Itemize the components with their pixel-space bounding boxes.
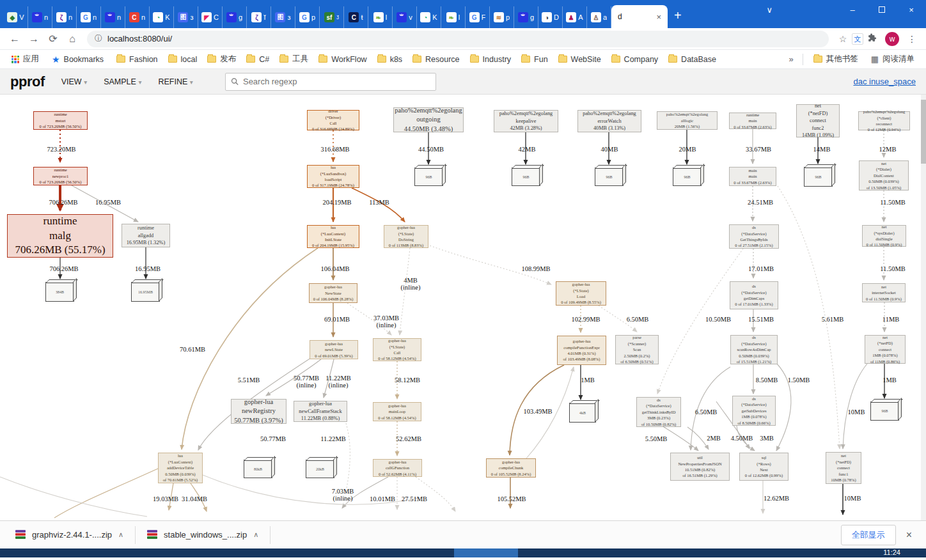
- memory-box-node[interactable]: 96B: [804, 167, 833, 187]
- bookmark-folder-DataBase[interactable]: DataBase: [663, 52, 721, 66]
- graph-node[interactable]: paho%2emqtt%2egolangkeepalive42MB (3.28%…: [494, 110, 558, 132]
- bookmark-folder-Fashion[interactable]: Fashion: [111, 52, 162, 66]
- graph-node[interactable]: paho%2emqtt%2egolang(*client)reconnect0 …: [858, 111, 910, 130]
- graph-node[interactable]: gopher-lua(*LState)Call0 of 58.12MB (4.5…: [373, 338, 421, 361]
- scrollbar-thumb[interactable]: [921, 100, 926, 164]
- bookmark-star-icon[interactable]: ☆: [834, 34, 852, 44]
- tab-search-icon[interactable]: ∨: [766, 5, 773, 15]
- graph-node[interactable]: net(*netFD)connectfunc110MB (0.78%): [826, 452, 861, 484]
- browser-tab[interactable]: ◤C: [198, 6, 223, 28]
- search-box[interactable]: [225, 73, 436, 91]
- active-tab[interactable]: d ×: [611, 5, 668, 28]
- graph-node[interactable]: gopher-luamainLoop0 of 58.12MB (4.54%): [373, 402, 421, 421]
- graph-node[interactable]: gopher-luanewRegistry50.77MB (3.97%): [231, 399, 286, 424]
- browser-tab[interactable]: ⺌g: [514, 6, 538, 28]
- browser-tab[interactable]: ◆V: [4, 6, 28, 28]
- bookmark-folder-WorkFlow[interactable]: WorkFlow: [313, 52, 372, 66]
- download-item[interactable]: stable_windows_....zip∧: [136, 521, 270, 548]
- graph-node[interactable]: gopher-luanewLState0 of 69.01MB (5.39%): [310, 340, 358, 359]
- graph-node[interactable]: parse(*Scanner)Scan2.50MB (0.2%)of 6.50M…: [615, 335, 659, 364]
- search-input[interactable]: [243, 77, 430, 86]
- scrollbar[interactable]: [921, 95, 926, 520]
- profile-avatar[interactable]: w: [885, 32, 899, 46]
- bookmark-folder-Resource[interactable]: Resource: [407, 52, 465, 66]
- other-bookmarks[interactable]: 其他书签: [808, 52, 863, 66]
- graph-node[interactable]: netinternetSocket0 of 11.50MB (0.9%): [862, 283, 906, 302]
- graph-node[interactable]: gopher-luaNewState0 of 106.04MB (8.28%): [309, 283, 357, 303]
- browser-tab[interactable]: sfᶾ: [320, 6, 344, 28]
- browser-tab[interactable]: 图з: [174, 6, 198, 28]
- graph-node[interactable]: paho%2emqtt%2egolangoutgoing44.50MB (3.4…: [393, 107, 464, 132]
- bookmarks-shortcut[interactable]: ★ Bookmarks: [47, 52, 109, 66]
- graph-node[interactable]: runtimeallgadd16.95MB (1.32%): [122, 224, 170, 247]
- memory-box-node[interactable]: 96B: [512, 167, 540, 186]
- profile-source-link[interactable]: dac inuse_space: [853, 77, 916, 86]
- home-button[interactable]: ⌂: [63, 33, 82, 45]
- graph-node[interactable]: gopher-luacallGFunction0 of 52.62MB (4.1…: [373, 459, 422, 477]
- browser-tab[interactable]: Cŧ: [344, 6, 368, 28]
- graph-node[interactable]: ds(*DataService)getDimCaps0 of 17.01MB (…: [730, 281, 778, 309]
- bookmark-folder-Industry[interactable]: Industry: [465, 52, 516, 66]
- memory-box-node[interactable]: 96B: [870, 401, 899, 421]
- memory-box-node[interactable]: 96B: [414, 167, 443, 186]
- apps-shortcut[interactable]: 应用: [6, 52, 44, 66]
- browser-tab[interactable]: ◑D: [538, 6, 563, 28]
- browser-tab[interactable]: GF: [466, 6, 490, 28]
- chrome-menu-icon[interactable]: ⋮: [903, 34, 921, 44]
- browser-tab[interactable]: ≋p: [490, 6, 514, 28]
- graph-node[interactable]: net(*Dialer)DialContext0.50MB (0.039%)of…: [859, 160, 909, 191]
- browser-tab[interactable]: 图з: [271, 6, 295, 28]
- translate-icon[interactable]: 文: [852, 33, 863, 45]
- forward-button[interactable]: →: [24, 33, 43, 45]
- address-bar[interactable]: ⓘ localhost:8080/ui/: [87, 31, 829, 47]
- new-tab-button[interactable]: +: [674, 8, 682, 23]
- reload-button[interactable]: ⟳: [43, 33, 63, 45]
- browser-tab[interactable]: ♙a: [587, 6, 611, 28]
- graph-node[interactable]: net(*sysDialer)dialSingle0 of 11.50MB (0…: [862, 225, 906, 247]
- graph-node[interactable]: gopher-luacompileFunctionExpr4.01MB (0.3…: [557, 336, 606, 365]
- graph-node[interactable]: runtimemain0 of 33.67MB (2.63%): [729, 113, 776, 129]
- menu-sample[interactable]: SAMPLE ▾: [104, 77, 141, 86]
- bookmark-folder-k8s[interactable]: k8s: [372, 52, 407, 66]
- browser-tab[interactable]: ♟A: [563, 6, 587, 28]
- browser-tab[interactable]: Cn: [125, 6, 150, 28]
- bookmark-folder-local[interactable]: local: [163, 52, 203, 66]
- minimize-button[interactable]: –: [838, 5, 867, 15]
- bookmark-folder-WebSite[interactable]: WebSite: [553, 52, 606, 66]
- bookmark-folder-C#[interactable]: C#: [241, 52, 274, 66]
- graph-node[interactable]: paho%2emqtt%2egolangerrorWatch40MB (3.13…: [577, 110, 641, 132]
- browser-tab[interactable]: ⺌v: [393, 6, 417, 28]
- browser-tab[interactable]: ⺌n: [101, 6, 125, 28]
- memory-box-node[interactable]: 16.95MB: [131, 282, 160, 302]
- graph-node[interactable]: utilNewPropertiesFromJSON10.51MB (0.82%)…: [670, 453, 730, 481]
- graph-node[interactable]: gopher-luacompileChunk0 of 105.52MB (8.2…: [486, 458, 536, 478]
- graph-node[interactable]: lua(*LuaContext)addDeviceTable0.50MB (0.…: [158, 453, 203, 483]
- show-all-downloads-button[interactable]: 全部显示: [841, 525, 896, 545]
- graph-node[interactable]: net(*netFD)connectfunc214MB (1.09%): [796, 104, 840, 137]
- graph-node[interactable]: driver(*Driver)Call0 of 316.68MB (24.89%…: [307, 110, 359, 130]
- browser-tab[interactable]: Gn: [77, 6, 101, 28]
- menu-view[interactable]: VIEW ▾: [61, 77, 87, 86]
- memory-box-node[interactable]: 384B: [45, 282, 74, 302]
- browser-tab[interactable]: Gp: [295, 6, 320, 28]
- maximize-button[interactable]: [867, 5, 897, 15]
- graph-node[interactable]: ds(*DataService)GetThingsByIds0 of 27.51…: [729, 224, 779, 249]
- page-info-icon[interactable]: ⓘ: [95, 33, 102, 44]
- close-button[interactable]: ×: [897, 5, 926, 15]
- graph-node[interactable]: ds(*DataService)getSubDevices1MB (0.078%…: [732, 396, 776, 426]
- graph-node[interactable]: lua(*LuaContext)InitLState0 of 204.19MB …: [307, 225, 359, 248]
- browser-tab[interactable]: ⺌g: [223, 6, 247, 28]
- browser-tab[interactable]: ⺌n: [28, 6, 52, 28]
- graph-node[interactable]: runtimenewproc10 of 723.20MB (56.50%): [33, 167, 88, 185]
- graph-node[interactable]: mainmain0 of 33.67MB (2.63%): [729, 167, 776, 186]
- graph-node[interactable]: paho%2emqtt%2egolangalllogic20MB (1.56%): [657, 111, 718, 130]
- download-chevron-icon[interactable]: ∧: [118, 531, 123, 539]
- download-item[interactable]: graphviz-2.44.1-....zip∧: [4, 521, 135, 548]
- memory-box-node[interactable]: 20kB: [306, 460, 334, 478]
- menu-refine[interactable]: REFINE ▾: [158, 77, 192, 86]
- tab-close-icon[interactable]: ×: [656, 12, 661, 22]
- bookmark-folder-工具[interactable]: 工具: [274, 52, 313, 66]
- graph-node[interactable]: ds(*DataService)getThinkLinksByID3MB (0.…: [636, 397, 681, 427]
- graph-node[interactable]: ds(*DataService)scanRowAsDimCap0.50MB (0…: [730, 335, 778, 364]
- extension-puzzle-icon[interactable]: [863, 33, 881, 44]
